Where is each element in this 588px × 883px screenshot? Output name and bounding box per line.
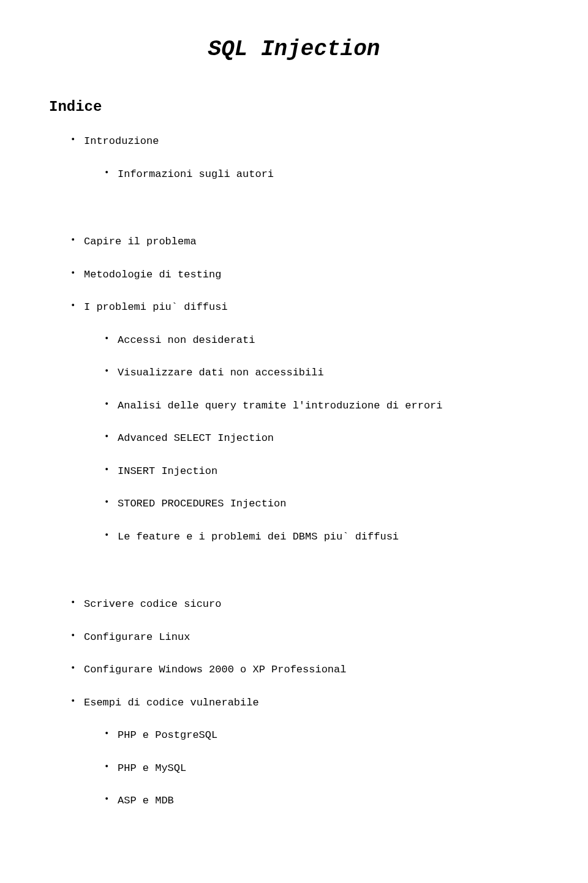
- toc-item: Scrivere codice sicuro: [70, 596, 539, 612]
- toc-item: Metodologie di testing: [70, 267, 539, 283]
- index-heading: Indice: [49, 99, 539, 115]
- toc-item: I problemi piu` diffusi: [70, 299, 539, 315]
- toc-item: Informazioni sugli autori: [104, 167, 539, 182]
- toc-item: Le feature e i problemi dei DBMS piu` di…: [104, 529, 539, 545]
- toc-item: Capire il problema: [70, 234, 539, 250]
- toc-item: Accessi non desiderati: [104, 333, 539, 348]
- toc-item: STORED PROCEDURES Injection: [104, 496, 539, 512]
- toc-item: INSERT Injection: [104, 464, 539, 479]
- toc-item: PHP e MySQL: [104, 761, 539, 776]
- toc-item: PHP e PostgreSQL: [104, 727, 539, 743]
- toc-item: Configurare Windows 2000 o XP Profession…: [70, 662, 539, 678]
- toc-item: Analisi delle query tramite l'introduzio…: [104, 398, 539, 414]
- toc-item: ASP e MDB: [104, 793, 539, 809]
- toc-item: Esempi di codice vulnerabile: [70, 695, 539, 711]
- toc-item: Visualizzare dati non accessibili: [104, 365, 539, 381]
- toc-item: Advanced SELECT Injection: [104, 430, 539, 446]
- toc-item: Introduzione: [70, 133, 539, 149]
- toc-list: Introduzione Informazioni sugli autori C…: [49, 133, 539, 809]
- page-title: SQL Injection: [49, 37, 539, 62]
- toc-item: Configurare Linux: [70, 629, 539, 645]
